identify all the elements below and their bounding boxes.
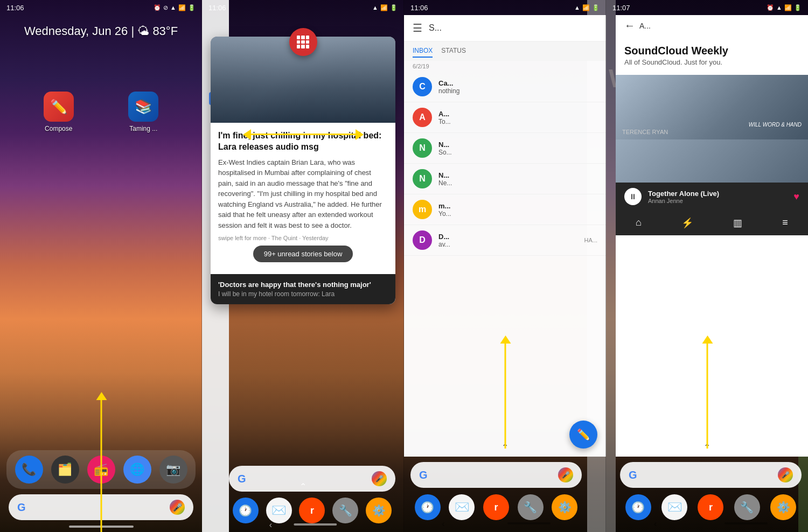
sc-search-bar-bottom[interactable]: G 🎤 bbox=[620, 462, 802, 488]
email-item-4[interactable]: N N... Ne... bbox=[404, 164, 606, 194]
sc-album-artist: TERENCE RYAN bbox=[622, 129, 668, 135]
home-app-grid: ✏️ Compose 📚 Taming ... bbox=[0, 92, 202, 132]
home-screen-panel: 11:06 ⏰ ⊘ ▲ 📶 🔋 Wednesday, Jun 26 | 🌤 83… bbox=[0, 0, 202, 532]
sc-album-art-2[interactable] bbox=[616, 139, 808, 183]
dock-clock-3[interactable]: 🕐 bbox=[415, 494, 441, 520]
email-hamburger-icon[interactable]: ☰ bbox=[413, 22, 422, 34]
email-subject-3: So... bbox=[438, 149, 597, 156]
sc-nav-library-icon[interactable]: ▥ bbox=[729, 215, 747, 231]
dock-settings-4[interactable]: ⚙️ bbox=[770, 494, 796, 520]
sc-heart-icon[interactable]: ♥ bbox=[793, 191, 799, 202]
sc-mic-button[interactable]: 🎤 bbox=[778, 467, 793, 482]
email-item-3[interactable]: N N... So... bbox=[404, 133, 606, 164]
status-signal-4: 📶 bbox=[784, 4, 792, 11]
sc-track-info: Together Alone (Live) Annan Jenne bbox=[648, 190, 787, 204]
battery-icon: 🔋 bbox=[188, 4, 196, 11]
email-subject-4: Ne... bbox=[438, 179, 597, 187]
news-fab-button[interactable] bbox=[289, 28, 317, 56]
dock-unknown-2[interactable]: 🔧 bbox=[332, 498, 358, 523]
compose-app[interactable]: ✏️ Compose bbox=[44, 92, 74, 132]
sc-nav-menu-icon[interactable]: ≡ bbox=[778, 215, 792, 231]
sc-dock: 🕐 ✉️ r 🔧 ⚙️ bbox=[620, 494, 802, 520]
email-tab-status[interactable]: STATUS bbox=[441, 45, 466, 58]
dock-settings-2[interactable]: ⚙️ bbox=[366, 498, 392, 523]
nav-home-pill-3[interactable] bbox=[507, 522, 551, 524]
status-wifi-3: ▲ bbox=[574, 4, 580, 11]
news-search-bar[interactable]: G 🎤 bbox=[229, 466, 395, 492]
email-search-bar-bottom[interactable]: G 🎤 bbox=[410, 462, 582, 488]
news-unread-button[interactable]: 99+ unread stories below bbox=[253, 246, 353, 262]
status-wifi-2: ▲ bbox=[372, 4, 378, 11]
nav-gestures-2: ‹ bbox=[269, 520, 337, 530]
dock-phone[interactable]: 📞 bbox=[15, 456, 43, 484]
email-item-6[interactable]: D D... av... HA... bbox=[404, 225, 606, 256]
sc-nav-bolt-icon[interactable]: ⚡ bbox=[677, 215, 698, 231]
news-second-story[interactable]: 'Doctors are happy that there's nothing … bbox=[211, 274, 395, 304]
google-mic-button[interactable]: 🎤 bbox=[170, 500, 185, 515]
grid-cell-1 bbox=[297, 36, 301, 39]
nav-back-2[interactable]: ‹ bbox=[269, 520, 272, 530]
sc-nav-home-icon[interactable]: ⌂ bbox=[631, 215, 646, 231]
sc-pause-button[interactable]: ⏸ bbox=[624, 188, 642, 205]
sc-album-art-1[interactable]: TERENCE RYAN WILL WORD & HAND bbox=[616, 75, 808, 139]
sc-back-icon[interactable]: ← bbox=[624, 19, 635, 32]
email-item-5[interactable]: m m... Yo... bbox=[404, 194, 606, 225]
status-time-1: 11:06 bbox=[6, 4, 24, 12]
email-mic-button[interactable]: 🎤 bbox=[558, 467, 573, 482]
dock-unknown-3[interactable]: 🔧 bbox=[518, 494, 544, 520]
compose-app-icon[interactable]: ✏️ bbox=[44, 92, 74, 122]
status-icons-2: ▲ 📶 🔋 bbox=[372, 4, 398, 11]
dock-gmail-3[interactable]: ✉️ bbox=[449, 494, 475, 520]
dock-clock-4[interactable]: 🕐 bbox=[625, 494, 651, 520]
dock-camera[interactable]: 📷 bbox=[159, 456, 187, 484]
email-fab-button[interactable]: ✏️ bbox=[569, 421, 597, 449]
status-icons-4: ⏰ ▲ 📶 🔋 bbox=[767, 4, 802, 11]
nav-back-3[interactable]: ‹ bbox=[442, 519, 444, 529]
nav-back-4[interactable]: ‹ bbox=[654, 519, 657, 529]
status-bar-3: 11:06 ▲ 📶 🔋 bbox=[404, 0, 606, 15]
news-second-sub: I will be in my hotel room tomorrow: Lar… bbox=[218, 290, 388, 298]
dock-gmail-2[interactable]: ✉️ bbox=[266, 498, 292, 523]
email-date-label: 6/2/19 bbox=[404, 61, 606, 72]
email-sender-1: Ca... bbox=[438, 79, 597, 87]
dock-reddit-3[interactable]: r bbox=[483, 494, 509, 520]
email-sender-2: A... bbox=[438, 110, 597, 118]
annotation-arrow-down-1 bbox=[100, 494, 102, 532]
nav-home-pill-4[interactable] bbox=[725, 522, 768, 524]
dock-unknown-4[interactable]: 🔧 bbox=[734, 494, 760, 520]
nav-home-pill-2[interactable] bbox=[294, 523, 337, 526]
email-item-2[interactable]: A A... To... bbox=[404, 102, 606, 133]
email-avatar-1: C bbox=[413, 77, 432, 96]
dock-settings-3[interactable]: ⚙️ bbox=[552, 494, 577, 520]
compose-app-label: Compose bbox=[45, 125, 72, 132]
taming-app-icon[interactable]: 📚 bbox=[128, 92, 158, 122]
news-card[interactable]: I'm fine, just chilling in my hospital b… bbox=[211, 37, 395, 304]
taming-app[interactable]: 📚 Taming ... bbox=[128, 92, 158, 132]
annotation-arrow-up-4 bbox=[706, 341, 708, 449]
email-subject-5: Yo... bbox=[438, 210, 597, 218]
sc-nav-back: ← A... bbox=[616, 15, 808, 36]
nav-3: ‹ bbox=[410, 519, 582, 529]
news-dock: 🕐 ✉️ r 🔧 ⚙️ bbox=[229, 498, 395, 523]
email-tab-inbox[interactable]: INBOX bbox=[413, 45, 433, 58]
status-icons-3: ▲ 📶 🔋 bbox=[574, 4, 600, 11]
dock-messages[interactable]: 🗂️ bbox=[51, 456, 79, 484]
partial-left-4 bbox=[606, 0, 616, 532]
email-subject-2: To... bbox=[438, 118, 597, 125]
dock-gmail-4[interactable]: ✉️ bbox=[661, 494, 687, 520]
email-search-label[interactable]: S... bbox=[429, 23, 442, 33]
status-signal-2: 📶 bbox=[380, 4, 388, 11]
email-sender-5: m... bbox=[438, 202, 597, 210]
email-tabs: INBOX STATUS bbox=[404, 41, 606, 61]
dock-chrome[interactable]: 🌐 bbox=[123, 456, 151, 484]
email-item-1[interactable]: C Ca... nothing bbox=[404, 72, 606, 102]
news-mic-button[interactable]: 🎤 bbox=[372, 471, 387, 486]
grid-cell-2 bbox=[301, 36, 305, 39]
dock-reddit-2[interactable]: r bbox=[299, 498, 325, 523]
grid-cell-4 bbox=[297, 40, 301, 44]
dock-reddit-4[interactable]: r bbox=[698, 494, 723, 520]
status-battery-2: 🔋 bbox=[390, 4, 398, 11]
status-wifi-4: ▲ bbox=[776, 4, 782, 11]
annotation-arrow-horiz bbox=[249, 134, 357, 135]
dock-clock-2[interactable]: 🕐 bbox=[233, 498, 259, 523]
